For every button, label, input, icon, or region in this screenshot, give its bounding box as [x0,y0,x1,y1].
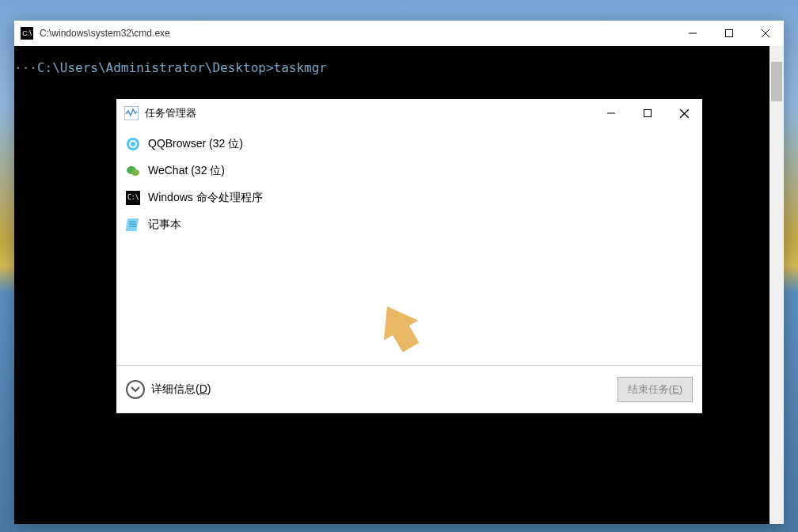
cmd-window-title: C:\windows\system32\cmd.exe [40,28,674,39]
tm-minimize-button[interactable] [593,101,629,126]
svg-rect-1 [726,30,733,37]
cmd-icon: C:\ [126,191,140,205]
tm-maximize-button[interactable] [629,101,666,126]
svg-point-11 [131,142,135,146]
process-list: QQBrowser (32 位) WeChat (32 位) C:\ Windo… [116,127,702,366]
cmd-prompt: C:\Users\Administrator\Desktop> [37,60,274,75]
svg-point-13 [131,169,139,176]
svg-rect-16 [126,218,139,231]
notepad-icon [126,218,140,232]
svg-text:C:\: C:\ [127,194,139,201]
list-item[interactable]: C:\ Windows 命令处理程序 [121,184,697,211]
cmd-prompt-prefix: ··· [14,60,37,75]
minimize-button[interactable] [674,21,711,46]
wechat-icon [126,164,140,178]
more-details-button[interactable]: 详细信息(D) [126,380,211,399]
cmd-command: taskmgr [274,60,327,75]
list-item[interactable]: WeChat (32 位) [121,158,697,184]
end-task-button[interactable]: 结束任务(E) [618,377,693,402]
cmd-scrollbar[interactable] [770,46,784,524]
close-button[interactable] [747,21,784,46]
maximize-button[interactable] [711,21,747,46]
task-manager-window: 任务管理器 QQBrowser (32 位) WeChat (32 位) [116,99,702,413]
svg-rect-6 [644,110,652,117]
cmd-app-icon: C:\ [21,27,33,40]
list-item[interactable]: QQBrowser (32 位) [121,131,697,158]
cmd-scrollthumb[interactable] [771,62,782,101]
task-manager-icon [124,106,139,120]
task-manager-footer: 详细信息(D) 结束任务(E) [116,366,702,413]
chevron-down-icon [126,380,145,399]
process-name: Windows 命令处理程序 [148,191,263,205]
details-label: 详细信息(D) [151,382,211,397]
qqbrowser-icon [126,137,140,151]
process-name: WeChat (32 位) [148,164,225,178]
list-item[interactable]: 记事本 [121,211,697,238]
task-manager-title: 任务管理器 [145,106,593,120]
task-manager-titlebar[interactable]: 任务管理器 [116,99,702,127]
process-name: 记事本 [148,218,181,232]
cmd-titlebar[interactable]: C:\ C:\windows\system32\cmd.exe [14,21,784,46]
process-name: QQBrowser (32 位) [148,137,243,151]
tm-close-button[interactable] [666,101,702,126]
